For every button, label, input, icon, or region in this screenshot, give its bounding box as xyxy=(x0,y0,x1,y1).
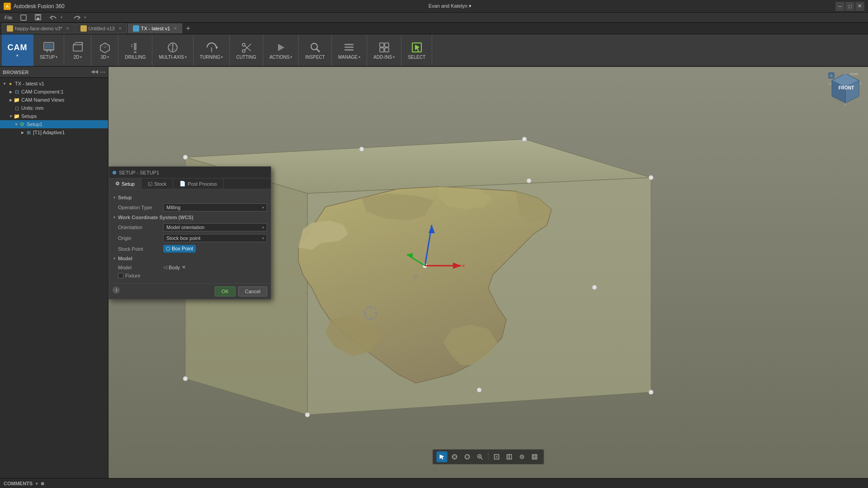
vp-section-btn[interactable] xyxy=(504,451,515,462)
tab-happy-face[interactable]: happy-face-demo v3* ✕ xyxy=(2,23,75,33)
expand-setups[interactable]: ▼ xyxy=(8,113,14,119)
expand-cam-named-views[interactable]: ▶ xyxy=(8,97,14,103)
toolbar-undo[interactable]: ▾ xyxy=(46,13,68,22)
svg-line-24 xyxy=(316,49,320,52)
minimize-button[interactable]: ─ xyxy=(835,2,844,11)
expand-setup1[interactable]: ▼ xyxy=(14,122,19,127)
restore-button[interactable]: □ xyxy=(845,2,854,11)
vp-orbit-btn[interactable] xyxy=(462,451,473,462)
svg-marker-85 xyxy=(440,455,444,460)
origin-value[interactable]: Stock box point ▾ xyxy=(163,234,267,242)
dialog-tab-post-process[interactable]: 📄 Post Process xyxy=(173,178,224,189)
vp-fit-btn[interactable] xyxy=(491,451,502,462)
tree-label-setup1: Setup1 xyxy=(27,122,42,127)
svg-text:×: × xyxy=(462,263,465,268)
tab-close-1[interactable]: ✕ xyxy=(66,26,70,31)
tree-label-units: Units: mm xyxy=(21,105,44,111)
expand-cam-component[interactable]: ▶ xyxy=(8,89,14,94)
tab-label-3: TX - latest v1 xyxy=(141,26,170,31)
ribbon-btn-addins[interactable]: ADD-INS ▾ xyxy=(371,39,397,61)
browser-tree: ▼ ● TX - latest v1 ▶ ⊡ CAM Component:1 ▶… xyxy=(0,78,108,478)
ribbon-btn-drilling[interactable]: DRILLING xyxy=(122,39,148,61)
model-remove-icon[interactable]: ✕ xyxy=(182,264,186,270)
ribbon-btn-turning[interactable]: TURNING ▾ xyxy=(197,39,226,61)
svg-marker-33 xyxy=(415,45,420,52)
browser-settings-icon[interactable]: ⋯ xyxy=(100,69,105,75)
ribbon-btn-3d[interactable]: 3D ▾ xyxy=(96,39,114,61)
cam-label: CAM xyxy=(8,43,28,52)
comments-pin-icon[interactable]: ◼ xyxy=(41,481,44,486)
tree-item-cam-component[interactable]: ▶ ⊡ CAM Component:1 xyxy=(0,88,108,96)
title-bar: A Autodesk Fusion 360 Evan and Katelyn ▾… xyxy=(0,0,868,13)
model-body-text: Body xyxy=(169,265,180,270)
tree-item-setup1[interactable]: ▼ ⚙ Setup1 xyxy=(0,120,108,128)
close-button[interactable]: ✕ xyxy=(855,2,864,11)
tree-item-t1-adaptive[interactable]: ▶ ⊞ [T1] Adaptive1 xyxy=(0,128,108,136)
3d-icon xyxy=(99,41,111,54)
dialog-tab-setup[interactable]: ⚙ Setup xyxy=(109,178,142,189)
svg-point-47 xyxy=(522,137,527,141)
cam-dropdown[interactable]: ▾ xyxy=(16,53,19,58)
view-cube[interactable]: FRONT S N W E ⌂ Zoom xyxy=(827,71,863,108)
dialog-dot xyxy=(113,171,116,174)
vp-grid-btn[interactable] xyxy=(529,451,540,462)
browser-collapse-icon[interactable]: ◀◀ xyxy=(91,69,98,75)
toolbar-redo[interactable]: ▾ xyxy=(70,13,91,22)
svg-point-53 xyxy=(305,413,310,417)
ribbon-section-cutting: CUTTING xyxy=(230,34,263,66)
ribbon-btn-cutting[interactable]: CUTTING xyxy=(233,39,259,61)
menu-item-edit[interactable] xyxy=(17,13,30,22)
info-icon[interactable]: ℹ xyxy=(113,286,120,294)
wcs-section-header[interactable]: ▼ Work Coordinate System (WCS) xyxy=(113,213,267,222)
ribbon-btn-multi-axis[interactable]: MULTI-AXIS ▾ xyxy=(156,39,189,61)
user-menu[interactable]: Evan and Katelyn ▾ xyxy=(429,3,472,9)
svg-point-54 xyxy=(183,376,188,381)
setup-section-header[interactable]: ▼ Setup xyxy=(113,193,267,202)
ribbon-btn-select[interactable]: SELECT xyxy=(405,39,428,61)
expand-t1-adaptive[interactable]: ▶ xyxy=(20,130,25,135)
tab-tx-latest[interactable]: TX - latest v1 ✕ xyxy=(128,23,183,33)
tree-item-cam-named-views[interactable]: ▶ 📁 CAM Named Views xyxy=(0,96,108,104)
tab-close-2[interactable]: ✕ xyxy=(118,26,122,31)
stock-point-value[interactable]: ⬡ Box Point xyxy=(163,245,196,253)
ribbon-btn-inspect[interactable]: INSPECT xyxy=(302,39,327,61)
ribbon-section-select: SELECT xyxy=(401,34,432,66)
ribbon-btn-manage[interactable]: MANAGE ▾ xyxy=(335,39,363,61)
vp-cursor-btn[interactable] xyxy=(437,451,448,462)
ribbon-btn-actions[interactable]: ACTIONS ▾ xyxy=(267,39,295,61)
tab-untitled[interactable]: Untitled v13 ✕ xyxy=(75,23,127,33)
vp-zoom-btn[interactable] xyxy=(475,451,486,462)
svg-marker-16 xyxy=(216,46,218,49)
orientation-value[interactable]: Model orientation ▾ xyxy=(163,223,267,231)
menu-item-file[interactable]: File xyxy=(2,14,15,21)
tab-close-3[interactable]: ✕ xyxy=(174,26,177,31)
svg-rect-98 xyxy=(496,456,498,458)
origin-dropdown-icon: ▾ xyxy=(262,236,264,240)
viewport[interactable]: × FRONT xyxy=(108,67,868,478)
comments-expand-icon[interactable]: ● xyxy=(35,481,38,486)
svg-rect-9 xyxy=(134,43,137,50)
operation-type-value[interactable]: Milling ▾ xyxy=(163,203,267,211)
cancel-button[interactable]: Cancel xyxy=(238,286,267,296)
ribbon-btn-2d[interactable]: 2D ▾ xyxy=(69,39,87,61)
svg-line-94 xyxy=(481,458,483,460)
model-section-header[interactable]: ▼ Model xyxy=(113,254,267,263)
ok-button[interactable]: OK xyxy=(215,286,236,296)
tree-item-units[interactable]: ▶ ◻ Units: mm xyxy=(0,104,108,112)
fixture-checkbox[interactable] xyxy=(118,273,123,278)
ribbon-section-multi-axis: MULTI-AXIS ▾ xyxy=(152,34,193,66)
ribbon-section-setup: SETUP ▾ xyxy=(33,34,64,66)
expand-root[interactable]: ▼ xyxy=(2,81,7,86)
vp-pan-btn[interactable] xyxy=(449,451,460,462)
dialog-tab-stock[interactable]: ◱ Stock xyxy=(142,178,174,189)
svg-rect-26 xyxy=(344,47,354,48)
tab-add-button[interactable]: + xyxy=(183,24,193,33)
vp-display-btn[interactable] xyxy=(517,451,528,462)
tree-item-setups[interactable]: ▼ 📁 Setups xyxy=(0,112,108,120)
toolbar-save[interactable] xyxy=(32,13,44,23)
tree-item-root[interactable]: ▼ ● TX - latest v1 xyxy=(0,80,108,88)
ribbon-btn-setup[interactable]: SETUP ▾ xyxy=(37,39,60,61)
svg-point-45 xyxy=(183,155,188,160)
origin-label: Origin xyxy=(118,235,163,241)
tree-label-root: TX - latest v1 xyxy=(15,81,44,86)
